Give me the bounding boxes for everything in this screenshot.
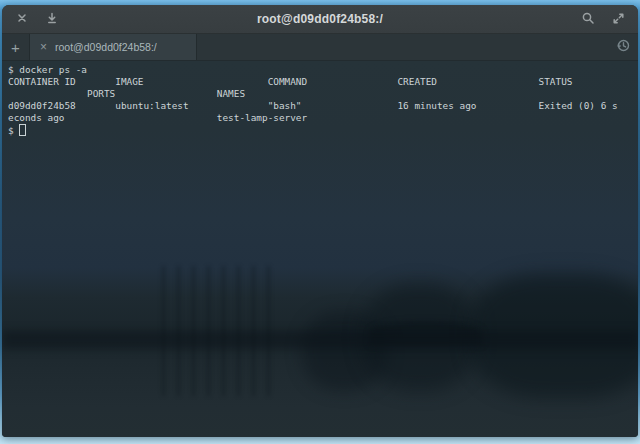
- tabbar-spacer: [197, 34, 608, 60]
- terminal-screen[interactable]: $ docker ps -aCONTAINER ID IMAGE COMMAND…: [2, 61, 638, 437]
- search-icon: [581, 11, 595, 28]
- tab-active[interactable]: × root@d09dd0f24b58:/: [30, 34, 197, 60]
- terminal-text-area: $ docker ps -aCONTAINER ID IMAGE COMMAND…: [2, 61, 638, 437]
- terminal-line-command: $ docker ps -a: [8, 64, 638, 76]
- titlebar[interactable]: root@d09dd0f24b58:/: [2, 5, 638, 34]
- terminal-line-row: d09dd0f24b58 ubuntu:latest "bash" 16 min…: [8, 100, 638, 112]
- prompt: $: [8, 125, 19, 136]
- search-button[interactable]: [578, 9, 598, 29]
- terminal-output: $ docker ps -aCONTAINER ID IMAGE COMMAND…: [2, 61, 638, 136]
- tab-label: root@d09dd0f24b58:/: [55, 41, 157, 53]
- titlebar-left-buttons: [2, 9, 72, 29]
- tab-close-icon[interactable]: ×: [40, 41, 47, 53]
- titlebar-right-buttons: [568, 9, 638, 29]
- expand-icon: [611, 11, 625, 28]
- terminal-prompt-line: $: [8, 124, 638, 136]
- window-title: root@d09dd0f24b58:/: [2, 5, 638, 33]
- close-window-button[interactable]: [12, 9, 32, 29]
- session-history-button[interactable]: [608, 34, 638, 60]
- terminal-line-header: CONTAINER ID IMAGE COMMAND CREATED STATU…: [8, 76, 638, 88]
- terminal-window: root@d09dd0f24b58:/: [2, 5, 638, 437]
- download-session-button[interactable]: [42, 9, 62, 29]
- tabbar: + × root@d09dd0f24b58:/: [2, 34, 638, 61]
- history-icon: [616, 38, 631, 56]
- terminal-line-header-wrap: PORTS NAMES: [8, 88, 638, 100]
- fullscreen-button[interactable]: [608, 9, 628, 29]
- terminal-cursor: [19, 124, 26, 136]
- close-icon: [15, 11, 29, 28]
- new-tab-button[interactable]: +: [2, 34, 30, 60]
- terminal-line-row-wrap: econds ago test-lamp-server: [8, 112, 638, 124]
- desktop: { "window": { "title": "root@d09dd0f24b5…: [0, 0, 640, 444]
- download-icon: [45, 11, 59, 28]
